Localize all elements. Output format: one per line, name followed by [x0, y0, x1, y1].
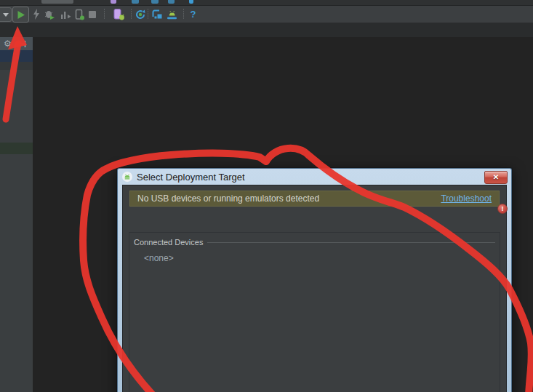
connected-devices-section: Connected Devices	[129, 233, 500, 247]
sdk-manager-icon	[151, 9, 163, 20]
device-list[interactable]: Connected Devices <none>	[129, 232, 500, 392]
partial-button-icon	[41, 0, 73, 4]
no-device-item[interactable]: <none>	[129, 247, 500, 263]
dialog-body: No USB devices or running emulators dete…	[122, 185, 507, 392]
apply-changes-button[interactable]	[30, 8, 42, 20]
dialog-titlebar[interactable]: Select Deployment Target ✕	[118, 169, 511, 185]
gradle-sync-icon	[135, 9, 146, 20]
android-profiler-button[interactable]	[166, 8, 178, 20]
close-icon: ✕	[493, 174, 499, 181]
partial-profiler-icon	[168, 0, 175, 4]
stop-button[interactable]	[86, 8, 98, 20]
partial-sync-icon	[132, 0, 139, 4]
chevron-down-icon	[3, 13, 9, 17]
help-icon: ?	[191, 9, 196, 19]
android-profiler-icon	[166, 9, 178, 20]
sdk-manager-button[interactable]	[151, 8, 163, 20]
run-button[interactable]	[12, 7, 29, 23]
navigation-bar	[0, 23, 533, 37]
lightning-icon	[31, 9, 41, 20]
selected-tree-row[interactable]	[0, 50, 33, 62]
section-divider	[207, 242, 495, 243]
attach-debugger-button[interactable]	[73, 8, 85, 20]
android-studio-window: ? ⚙	[0, 0, 533, 392]
debug-button[interactable]	[43, 8, 55, 20]
profile-chart-icon	[60, 9, 71, 20]
sync-project-button[interactable]	[134, 8, 146, 20]
partial-avd-icon	[111, 0, 116, 4]
error-badge-glyph: !	[502, 205, 504, 212]
section-label: Connected Devices	[134, 238, 203, 247]
scroll-from-source-icon[interactable]	[17, 39, 27, 49]
tree-row[interactable]	[0, 62, 33, 70]
avd-manager-button[interactable]	[111, 8, 128, 20]
toolbar-separator	[148, 9, 148, 20]
main-toolbar: ?	[0, 6, 533, 23]
partial-help-icon	[189, 0, 193, 4]
profile-button[interactable]	[59, 8, 71, 20]
cutoff-toolbar-strip	[0, 0, 533, 6]
select-deployment-target-dialog: Select Deployment Target ✕ No USB device…	[117, 168, 512, 392]
highlighted-tree-row[interactable]	[0, 143, 33, 154]
toolbar-separator	[131, 9, 132, 20]
stop-square-icon	[87, 9, 98, 20]
toolbar-separator	[104, 9, 105, 20]
device-icon	[73, 9, 85, 20]
settings-gear-icon[interactable]: ⚙	[4, 39, 12, 48]
run-config-dropdown[interactable]	[0, 7, 12, 22]
partial-sdk-icon	[151, 0, 159, 4]
error-badge-icon[interactable]: !	[497, 204, 508, 214]
dialog-title: Select Deployment Target	[137, 172, 245, 183]
android-logo-icon	[122, 172, 132, 182]
help-button[interactable]: ?	[187, 8, 199, 20]
warning-banner: No USB devices or running emulators dete…	[129, 191, 500, 207]
panel-header: ⚙	[0, 37, 33, 50]
left-panel: ⚙	[0, 37, 33, 392]
debug-bug-icon	[44, 9, 55, 20]
avd-manager-icon	[112, 9, 127, 20]
troubleshoot-link[interactable]: Troubleshoot	[441, 193, 492, 204]
toolbar-separator	[183, 9, 184, 20]
run-play-icon	[16, 10, 25, 20]
close-button[interactable]: ✕	[484, 171, 508, 184]
banner-message: No USB devices or running emulators dete…	[137, 193, 441, 204]
